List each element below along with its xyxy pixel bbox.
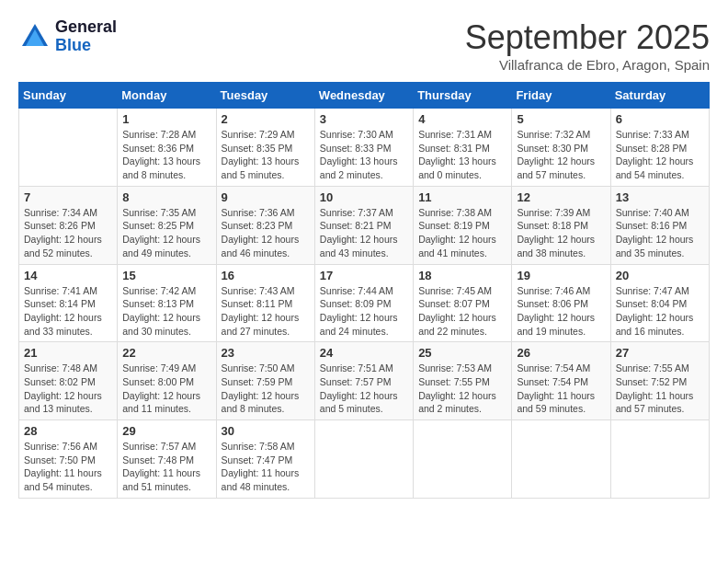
- page-header: General Blue September 2025 Villafranca …: [18, 18, 710, 73]
- calendar-day-21: 21Sunrise: 7:48 AMSunset: 8:02 PMDayligh…: [19, 342, 118, 420]
- calendar-day-27: 27Sunrise: 7:55 AMSunset: 7:52 PMDayligh…: [610, 342, 709, 420]
- day-info: Sunrise: 7:39 AMSunset: 8:18 PMDaylight:…: [517, 206, 605, 260]
- day-number: 27: [616, 346, 704, 360]
- calendar-day-7: 7Sunrise: 7:34 AMSunset: 8:26 PMDaylight…: [19, 186, 118, 264]
- day-header-sunday: Sunday: [19, 83, 118, 109]
- day-info: Sunrise: 7:56 AMSunset: 7:50 PMDaylight:…: [24, 440, 112, 494]
- calendar-day-15: 15Sunrise: 7:42 AMSunset: 8:13 PMDayligh…: [118, 264, 216, 342]
- day-number: 21: [24, 346, 112, 360]
- empty-cell: [19, 109, 118, 187]
- day-number: 20: [616, 269, 704, 282]
- calendar-day-28: 28Sunrise: 7:56 AMSunset: 7:50 PMDayligh…: [19, 420, 118, 499]
- day-info: Sunrise: 7:47 AMSunset: 8:04 PMDaylight:…: [616, 284, 704, 339]
- logo-icon: [18, 20, 51, 53]
- day-number: 23: [222, 346, 310, 360]
- day-info: Sunrise: 7:49 AMSunset: 8:00 PMDaylight:…: [122, 362, 210, 416]
- day-number: 10: [320, 190, 408, 204]
- day-number: 15: [122, 269, 210, 282]
- day-number: 14: [24, 269, 112, 282]
- calendar-day-4: 4Sunrise: 7:31 AMSunset: 8:31 PMDaylight…: [414, 109, 512, 187]
- day-number: 5: [517, 112, 605, 126]
- day-info: Sunrise: 7:45 AMSunset: 8:07 PMDaylight:…: [418, 284, 506, 339]
- logo-blue-text: Blue: [55, 37, 117, 55]
- calendar-week-2: 7Sunrise: 7:34 AMSunset: 8:26 PMDaylight…: [19, 186, 710, 264]
- day-info: Sunrise: 7:42 AMSunset: 8:13 PMDaylight:…: [122, 284, 210, 339]
- day-info: Sunrise: 7:46 AMSunset: 8:06 PMDaylight:…: [517, 284, 605, 339]
- day-info: Sunrise: 7:31 AMSunset: 8:31 PMDaylight:…: [418, 128, 506, 182]
- day-info: Sunrise: 7:36 AMSunset: 8:23 PMDaylight:…: [222, 206, 310, 260]
- day-info: Sunrise: 7:55 AMSunset: 7:52 PMDaylight:…: [616, 362, 704, 416]
- day-info: Sunrise: 7:28 AMSunset: 8:36 PMDaylight:…: [122, 128, 210, 182]
- day-header-wednesday: Wednesday: [314, 83, 413, 109]
- day-info: Sunrise: 7:54 AMSunset: 7:54 PMDaylight:…: [517, 362, 605, 416]
- day-info: Sunrise: 7:37 AMSunset: 8:21 PMDaylight:…: [320, 206, 408, 260]
- calendar-day-24: 24Sunrise: 7:51 AMSunset: 7:57 PMDayligh…: [314, 342, 413, 420]
- day-info: Sunrise: 7:32 AMSunset: 8:30 PMDaylight:…: [517, 128, 605, 182]
- day-number: 3: [320, 112, 408, 126]
- calendar-day-9: 9Sunrise: 7:36 AMSunset: 8:23 PMDaylight…: [216, 186, 314, 264]
- title-section: September 2025 Villafranca de Ebro, Arag…: [465, 18, 710, 73]
- empty-cell: [414, 420, 512, 499]
- calendar-day-3: 3Sunrise: 7:30 AMSunset: 8:33 PMDaylight…: [314, 109, 413, 187]
- day-info: Sunrise: 7:58 AMSunset: 7:47 PMDaylight:…: [222, 440, 310, 494]
- day-info: Sunrise: 7:38 AMSunset: 8:19 PMDaylight:…: [418, 206, 506, 260]
- logo-name: General Blue: [55, 18, 117, 55]
- day-info: Sunrise: 7:44 AMSunset: 8:09 PMDaylight:…: [320, 284, 408, 339]
- day-number: 19: [517, 269, 605, 282]
- calendar-day-1: 1Sunrise: 7:28 AMSunset: 8:36 PMDaylight…: [118, 109, 216, 187]
- day-number: 30: [222, 424, 310, 438]
- empty-cell: [610, 420, 709, 499]
- calendar-week-4: 21Sunrise: 7:48 AMSunset: 8:02 PMDayligh…: [19, 342, 710, 420]
- calendar-week-3: 14Sunrise: 7:41 AMSunset: 8:14 PMDayligh…: [19, 264, 710, 342]
- day-info: Sunrise: 7:48 AMSunset: 8:02 PMDaylight:…: [24, 362, 112, 416]
- day-header-thursday: Thursday: [414, 83, 512, 109]
- calendar-day-16: 16Sunrise: 7:43 AMSunset: 8:11 PMDayligh…: [216, 264, 314, 342]
- calendar-header-row: SundayMondayTuesdayWednesdayThursdayFrid…: [19, 83, 710, 109]
- day-number: 13: [616, 190, 704, 204]
- day-number: 22: [122, 346, 210, 360]
- day-number: 6: [616, 112, 704, 126]
- day-info: Sunrise: 7:33 AMSunset: 8:28 PMDaylight:…: [616, 128, 704, 182]
- empty-cell: [512, 420, 610, 499]
- day-info: Sunrise: 7:29 AMSunset: 8:35 PMDaylight:…: [222, 128, 310, 182]
- logo-general-text: General: [55, 18, 117, 37]
- calendar-day-10: 10Sunrise: 7:37 AMSunset: 8:21 PMDayligh…: [314, 186, 413, 264]
- calendar-day-5: 5Sunrise: 7:32 AMSunset: 8:30 PMDaylight…: [512, 109, 610, 187]
- day-number: 4: [418, 112, 506, 126]
- day-info: Sunrise: 7:30 AMSunset: 8:33 PMDaylight:…: [320, 128, 408, 182]
- location-text: Villafranca de Ebro, Aragon, Spain: [465, 57, 710, 73]
- calendar-day-30: 30Sunrise: 7:58 AMSunset: 7:47 PMDayligh…: [216, 420, 314, 499]
- calendar-day-13: 13Sunrise: 7:40 AMSunset: 8:16 PMDayligh…: [610, 186, 709, 264]
- day-info: Sunrise: 7:50 AMSunset: 7:59 PMDaylight:…: [222, 362, 310, 416]
- calendar-day-19: 19Sunrise: 7:46 AMSunset: 8:06 PMDayligh…: [512, 264, 610, 342]
- day-info: Sunrise: 7:53 AMSunset: 7:55 PMDaylight:…: [418, 362, 506, 416]
- calendar-day-8: 8Sunrise: 7:35 AMSunset: 8:25 PMDaylight…: [118, 186, 216, 264]
- day-info: Sunrise: 7:51 AMSunset: 7:57 PMDaylight:…: [320, 362, 408, 416]
- day-number: 28: [24, 424, 112, 438]
- day-number: 7: [24, 190, 112, 204]
- day-info: Sunrise: 7:57 AMSunset: 7:48 PMDaylight:…: [122, 440, 210, 494]
- day-number: 26: [517, 346, 605, 360]
- day-header-friday: Friday: [512, 83, 610, 109]
- day-number: 24: [320, 346, 408, 360]
- logo: General Blue: [18, 18, 117, 55]
- calendar-day-18: 18Sunrise: 7:45 AMSunset: 8:07 PMDayligh…: [414, 264, 512, 342]
- day-header-tuesday: Tuesday: [216, 83, 314, 109]
- calendar-day-17: 17Sunrise: 7:44 AMSunset: 8:09 PMDayligh…: [314, 264, 413, 342]
- day-info: Sunrise: 7:40 AMSunset: 8:16 PMDaylight:…: [616, 206, 704, 260]
- day-number: 11: [418, 190, 506, 204]
- calendar-day-20: 20Sunrise: 7:47 AMSunset: 8:04 PMDayligh…: [610, 264, 709, 342]
- day-number: 9: [222, 190, 310, 204]
- day-number: 12: [517, 190, 605, 204]
- calendar-day-6: 6Sunrise: 7:33 AMSunset: 8:28 PMDaylight…: [610, 109, 709, 187]
- day-info: Sunrise: 7:35 AMSunset: 8:25 PMDaylight:…: [122, 206, 210, 260]
- month-title: September 2025: [465, 18, 710, 57]
- calendar-day-23: 23Sunrise: 7:50 AMSunset: 7:59 PMDayligh…: [216, 342, 314, 420]
- day-number: 1: [122, 112, 210, 126]
- day-info: Sunrise: 7:34 AMSunset: 8:26 PMDaylight:…: [24, 206, 112, 260]
- day-info: Sunrise: 7:41 AMSunset: 8:14 PMDaylight:…: [24, 284, 112, 339]
- empty-cell: [314, 420, 413, 499]
- calendar-week-1: 1Sunrise: 7:28 AMSunset: 8:36 PMDaylight…: [19, 109, 710, 187]
- calendar-day-11: 11Sunrise: 7:38 AMSunset: 8:19 PMDayligh…: [414, 186, 512, 264]
- calendar-day-22: 22Sunrise: 7:49 AMSunset: 8:00 PMDayligh…: [118, 342, 216, 420]
